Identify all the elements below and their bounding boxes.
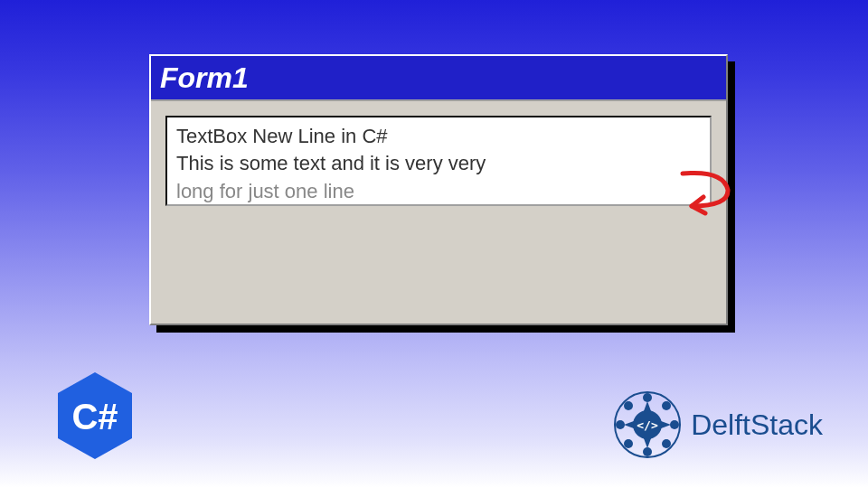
svg-point-6 <box>643 447 652 456</box>
textbox-line-1: TextBox New Line in C# <box>176 123 701 150</box>
form-window: Form1 TextBox New Line in C# This is som… <box>149 54 728 325</box>
svg-point-2 <box>643 393 652 402</box>
delftstack-emblem-icon: </> <box>611 389 684 461</box>
textbox-line-3: long for just one line <box>176 178 701 205</box>
svg-text:</>: </> <box>637 418 658 432</box>
delftstack-logo: </> DelftStack <box>611 389 823 461</box>
window-body: TextBox New Line in C# This is some text… <box>151 101 726 324</box>
form-window-container: Form1 TextBox New Line in C# This is som… <box>149 54 728 325</box>
window-title: Form1 <box>160 61 249 95</box>
svg-point-9 <box>624 401 633 410</box>
svg-point-8 <box>616 420 625 429</box>
multiline-textbox[interactable]: TextBox New Line in C# This is some text… <box>165 116 712 206</box>
csharp-logo-text: C# <box>71 397 118 436</box>
svg-point-4 <box>670 420 679 429</box>
csharp-logo-icon: C# <box>54 371 136 461</box>
svg-point-3 <box>662 401 671 410</box>
window-titlebar: Form1 <box>151 56 726 101</box>
svg-point-5 <box>662 439 671 448</box>
delftstack-label: DelftStack <box>691 408 823 442</box>
svg-point-7 <box>624 439 633 448</box>
textbox-line-2: This is some text and it is very very <box>176 150 701 177</box>
